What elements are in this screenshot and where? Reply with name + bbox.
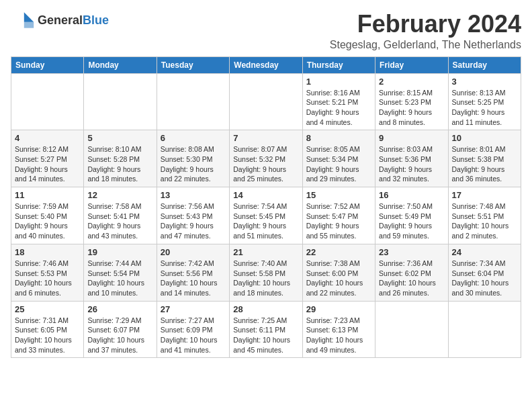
day-number: 3 [452,77,517,87]
calendar-cell: 16Sunrise: 7:50 AM Sunset: 5:49 PM Dayli… [375,187,448,244]
day-info: Sunrise: 7:34 AM Sunset: 6:04 PM Dayligh… [452,259,517,298]
month-title: February 2024 [330,11,521,38]
calendar-cell: 1Sunrise: 8:16 AM Sunset: 5:21 PM Daylig… [302,73,375,130]
calendar-table: SundayMondayTuesdayWednesdayThursdayFrid… [11,56,521,359]
calendar-cell: 10Sunrise: 8:01 AM Sunset: 5:38 PM Dayli… [448,130,521,187]
calendar-cell: 5Sunrise: 8:10 AM Sunset: 5:28 PM Daylig… [84,130,157,187]
day-number: 12 [87,190,152,200]
day-info: Sunrise: 7:44 AM Sunset: 5:54 PM Dayligh… [87,259,152,298]
day-info: Sunrise: 8:07 AM Sunset: 5:32 PM Dayligh… [233,144,298,184]
weekday-header-saturday: Saturday [448,56,521,73]
calendar-cell: 27Sunrise: 7:27 AM Sunset: 6:09 PM Dayli… [157,301,229,358]
calendar-week-row: 1Sunrise: 8:16 AM Sunset: 5:21 PM Daylig… [11,73,521,130]
day-info: Sunrise: 7:58 AM Sunset: 5:41 PM Dayligh… [87,201,152,241]
day-number: 14 [233,190,298,200]
weekday-header-sunday: Sunday [11,56,84,73]
calendar-cell: 17Sunrise: 7:48 AM Sunset: 5:51 PM Dayli… [448,187,521,244]
svg-marker-0 [24,12,34,21]
day-info: Sunrise: 7:59 AM Sunset: 5:40 PM Dayligh… [15,201,80,241]
calendar-cell [448,301,521,358]
day-number: 22 [306,247,371,257]
calendar-cell: 9Sunrise: 8:03 AM Sunset: 5:36 PM Daylig… [375,130,448,187]
day-number: 21 [233,247,298,257]
day-number: 10 [452,133,517,143]
day-number: 20 [161,247,226,257]
logo-blue: Blue [83,13,109,28]
calendar-cell: 4Sunrise: 8:12 AM Sunset: 5:27 PM Daylig… [11,130,84,187]
day-number: 24 [452,247,517,257]
day-info: Sunrise: 7:54 AM Sunset: 5:45 PM Dayligh… [233,201,298,241]
day-number: 18 [15,247,80,257]
weekday-header-tuesday: Tuesday [157,56,229,73]
day-number: 27 [161,304,226,314]
day-info: Sunrise: 7:52 AM Sunset: 5:47 PM Dayligh… [306,201,371,241]
calendar-cell: 7Sunrise: 8:07 AM Sunset: 5:32 PM Daylig… [230,130,302,187]
day-info: Sunrise: 8:01 AM Sunset: 5:38 PM Dayligh… [452,144,517,184]
day-info: Sunrise: 7:38 AM Sunset: 6:00 PM Dayligh… [306,259,371,298]
calendar-cell: 24Sunrise: 7:34 AM Sunset: 6:04 PM Dayli… [448,244,521,301]
day-info: Sunrise: 7:36 AM Sunset: 6:02 PM Dayligh… [379,259,444,298]
calendar-cell: 26Sunrise: 7:29 AM Sunset: 6:07 PM Dayli… [84,301,157,358]
day-info: Sunrise: 7:50 AM Sunset: 5:49 PM Dayligh… [379,201,444,241]
day-number: 1 [306,77,371,87]
calendar-cell: 6Sunrise: 8:08 AM Sunset: 5:30 PM Daylig… [157,130,229,187]
svg-marker-1 [24,22,34,28]
calendar-cell: 12Sunrise: 7:58 AM Sunset: 5:41 PM Dayli… [84,187,157,244]
day-info: Sunrise: 8:08 AM Sunset: 5:30 PM Dayligh… [161,144,226,184]
calendar-week-row: 4Sunrise: 8:12 AM Sunset: 5:27 PM Daylig… [11,130,521,187]
calendar-cell: 11Sunrise: 7:59 AM Sunset: 5:40 PM Dayli… [11,187,84,244]
calendar-cell: 20Sunrise: 7:42 AM Sunset: 5:56 PM Dayli… [157,244,229,301]
day-number: 13 [161,190,226,200]
day-number: 25 [15,304,80,314]
day-info: Sunrise: 7:31 AM Sunset: 6:05 PM Dayligh… [15,316,80,355]
calendar-cell: 2Sunrise: 8:15 AM Sunset: 5:23 PM Daylig… [375,73,448,130]
calendar-cell: 23Sunrise: 7:36 AM Sunset: 6:02 PM Dayli… [375,244,448,301]
page-header: General Blue February 2024 Stegeslag, Ge… [11,11,521,51]
calendar-cell: 3Sunrise: 8:13 AM Sunset: 5:25 PM Daylig… [448,73,521,130]
day-number: 4 [15,133,80,143]
weekday-header-monday: Monday [84,56,157,73]
day-number: 9 [379,133,444,143]
day-number: 7 [233,133,298,143]
day-number: 28 [233,304,298,314]
day-info: Sunrise: 7:40 AM Sunset: 5:58 PM Dayligh… [233,259,298,298]
day-info: Sunrise: 7:29 AM Sunset: 6:07 PM Dayligh… [87,316,152,355]
calendar-cell [84,73,157,130]
calendar-week-row: 11Sunrise: 7:59 AM Sunset: 5:40 PM Dayli… [11,187,521,244]
day-number: 8 [306,133,371,143]
day-info: Sunrise: 7:25 AM Sunset: 6:11 PM Dayligh… [233,316,298,355]
day-info: Sunrise: 8:05 AM Sunset: 5:34 PM Dayligh… [306,144,371,184]
day-number: 15 [306,190,371,200]
day-number: 19 [87,247,152,257]
day-info: Sunrise: 8:12 AM Sunset: 5:27 PM Dayligh… [15,144,80,184]
logo-general: General [38,13,83,28]
day-number: 16 [379,190,444,200]
day-info: Sunrise: 8:10 AM Sunset: 5:28 PM Dayligh… [87,144,152,184]
logo: General Blue [11,11,109,30]
weekday-header-row: SundayMondayTuesdayWednesdayThursdayFrid… [11,56,521,73]
weekday-header-thursday: Thursday [302,56,375,73]
calendar-cell: 29Sunrise: 7:23 AM Sunset: 6:13 PM Dayli… [302,301,375,358]
weekday-header-friday: Friday [375,56,448,73]
day-info: Sunrise: 7:56 AM Sunset: 5:43 PM Dayligh… [161,201,226,241]
calendar-cell: 19Sunrise: 7:44 AM Sunset: 5:54 PM Dayli… [84,244,157,301]
calendar-cell: 14Sunrise: 7:54 AM Sunset: 5:45 PM Dayli… [230,187,302,244]
calendar-cell: 8Sunrise: 8:05 AM Sunset: 5:34 PM Daylig… [302,130,375,187]
calendar-cell: 28Sunrise: 7:25 AM Sunset: 6:11 PM Dayli… [230,301,302,358]
day-number: 17 [452,190,517,200]
location-title: Stegeslag, Gelderland, The Netherlands [330,39,521,51]
day-info: Sunrise: 7:23 AM Sunset: 6:13 PM Dayligh… [306,316,371,355]
day-info: Sunrise: 7:48 AM Sunset: 5:51 PM Dayligh… [452,201,517,241]
day-info: Sunrise: 7:27 AM Sunset: 6:09 PM Dayligh… [161,316,226,355]
calendar-cell [230,73,302,130]
calendar-cell: 15Sunrise: 7:52 AM Sunset: 5:47 PM Dayli… [302,187,375,244]
day-info: Sunrise: 8:13 AM Sunset: 5:25 PM Dayligh… [452,88,517,128]
day-number: 6 [161,133,226,143]
logo-icon [11,11,35,30]
day-number: 2 [379,77,444,87]
day-number: 23 [379,247,444,257]
day-info: Sunrise: 8:03 AM Sunset: 5:36 PM Dayligh… [379,144,444,184]
title-area: February 2024 Stegeslag, Gelderland, The… [330,11,521,51]
calendar-cell: 18Sunrise: 7:46 AM Sunset: 5:53 PM Dayli… [11,244,84,301]
calendar-cell: 13Sunrise: 7:56 AM Sunset: 5:43 PM Dayli… [157,187,229,244]
